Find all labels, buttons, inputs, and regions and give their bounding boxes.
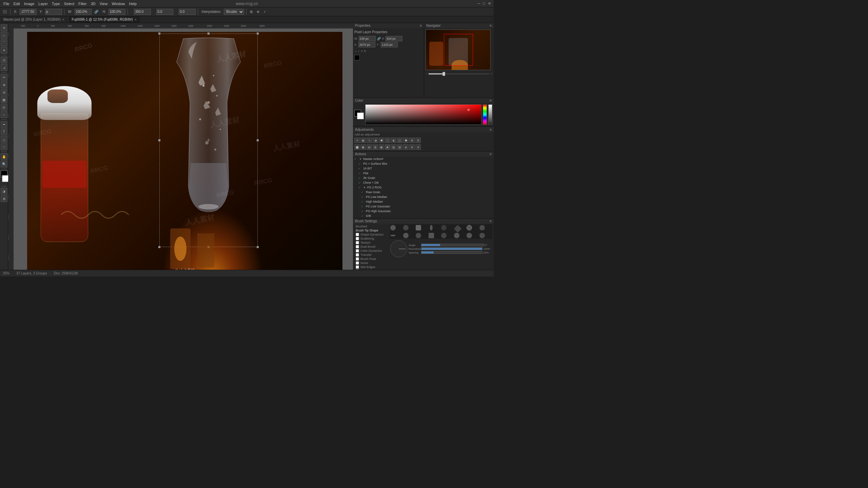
transform-icon-4[interactable]: ↻ xyxy=(364,49,367,53)
action-item-7[interactable]: ✓ Raw Grain xyxy=(353,190,494,195)
hue-bar[interactable] xyxy=(483,104,487,125)
brush-tip-3[interactable] xyxy=(416,225,421,230)
lasso-tool[interactable]: ⌒ xyxy=(1,39,7,46)
brush-tool[interactable]: ✏ xyxy=(1,74,7,81)
adj-color-lookup[interactable]: ⊟ xyxy=(415,138,421,143)
width-prop-input[interactable] xyxy=(359,36,376,41)
adj-brightness2[interactable]: ◈ xyxy=(403,144,409,150)
brush-tip-12[interactable] xyxy=(429,233,434,238)
position-y-input[interactable] xyxy=(45,9,62,15)
texture-cb[interactable] xyxy=(356,241,359,244)
adj-color-balance[interactable]: ◐ xyxy=(391,138,396,143)
brush-tip-14[interactable] xyxy=(454,233,459,238)
path-tool[interactable]: △ xyxy=(1,136,7,143)
adj-threshold[interactable]: ▤ xyxy=(367,144,372,150)
zoom-slider[interactable] xyxy=(429,73,490,75)
menu-3d[interactable]: 3D xyxy=(89,0,98,7)
brush-row-pose[interactable]: Brush Pose xyxy=(354,257,388,261)
adj-bw[interactable]: ◫ xyxy=(397,138,402,143)
brush-tip-13[interactable] xyxy=(441,233,447,238)
foreground-color-swatch[interactable] xyxy=(354,55,360,60)
color-dynamics-cb[interactable] xyxy=(356,249,359,252)
adj-brightness[interactable]: ☀ xyxy=(354,138,360,143)
menu-file[interactable]: File xyxy=(1,0,12,7)
gradient-tool[interactable]: ▦ xyxy=(1,96,7,103)
transform-icon-2[interactable]: ↕ xyxy=(358,49,360,53)
action-expand-6[interactable]: ▼ xyxy=(363,186,366,189)
background-color[interactable] xyxy=(2,175,9,182)
tab-fuji-close[interactable]: ✕ xyxy=(134,18,137,21)
interpolation-select[interactable]: Bicubic xyxy=(224,9,244,15)
properties-collapse[interactable]: ≡ xyxy=(420,24,422,27)
color-fg-bg[interactable] xyxy=(354,110,364,119)
brush-tip-11[interactable] xyxy=(416,233,421,238)
crop-tool[interactable]: ⊡ xyxy=(1,57,7,63)
zoom-slider-thumb[interactable] xyxy=(442,72,445,76)
transform-icon-3[interactable]: ↗ xyxy=(360,49,363,53)
eyedropper-tool[interactable]: ⊿ xyxy=(1,64,7,71)
type-tool[interactable]: T xyxy=(1,128,7,135)
link-props[interactable]: 🔗 xyxy=(377,37,381,40)
scattering-cb[interactable] xyxy=(356,237,359,240)
val3-input[interactable] xyxy=(179,9,196,15)
brush-tip-9[interactable] xyxy=(390,235,396,237)
canvas-content[interactable]: 人人素材 RRCG RRCG 人人素材 RRCG RRCG 人人素材 xyxy=(14,28,353,270)
color-collapse[interactable]: ≡ xyxy=(490,99,492,102)
wet-edges-cb[interactable] xyxy=(356,265,359,269)
menu-layer[interactable]: Layer xyxy=(36,0,50,7)
width-input[interactable] xyxy=(75,9,92,15)
adj-solid-color[interactable]: ■ xyxy=(385,144,390,150)
brush-row-color[interactable]: Color Dynamics xyxy=(354,249,388,253)
navigator-preview[interactable] xyxy=(426,29,491,70)
brush-tip-16[interactable] xyxy=(479,233,485,238)
spacing-slider[interactable] xyxy=(421,251,482,254)
quick-mask[interactable]: ◑ xyxy=(1,188,7,195)
magic-wand-tool[interactable]: ✦ xyxy=(1,47,7,54)
brush-row-tip[interactable]: Brush Tip Shape xyxy=(354,228,388,232)
brush-tip-6[interactable] xyxy=(454,225,461,233)
adj-invert[interactable]: ⬤ xyxy=(354,144,360,150)
pen-tool[interactable]: ✒ xyxy=(1,121,7,128)
brush-tip-2[interactable] xyxy=(403,225,409,230)
adj-curves[interactable]: ∿ xyxy=(367,138,372,143)
action-item-5[interactable]: ✓ Clone + D8 xyxy=(353,180,494,185)
zoom-in-icon[interactable]: + xyxy=(491,72,492,75)
position-x-input[interactable] xyxy=(20,9,37,15)
adj-levels[interactable]: ▦ xyxy=(360,138,366,143)
x-prop-input[interactable] xyxy=(358,42,375,47)
shape-dynamics-cb[interactable] xyxy=(356,233,359,236)
brush-pose-cb[interactable] xyxy=(356,257,359,261)
color-picker-dot[interactable] xyxy=(468,109,470,111)
eraser-tool[interactable]: ⊟ xyxy=(1,89,7,96)
menu-help[interactable]: Help xyxy=(127,0,139,7)
menu-image[interactable]: Image xyxy=(22,0,37,7)
adj-posterize[interactable]: ▣ xyxy=(360,144,366,150)
roundness-slider[interactable] xyxy=(421,247,482,250)
action-item-10[interactable]: ✓ PS Low Gaussian xyxy=(353,204,494,209)
adj-gradient[interactable]: ▧ xyxy=(391,144,396,150)
tab-fuji[interactable]: Fuji0086-1 @ 12.5% (Fuji0086, RGB/8#) ✕ xyxy=(68,16,141,23)
action-item-11[interactable]: ✓ PS High Gaussian xyxy=(353,209,494,214)
menu-window[interactable]: Window xyxy=(110,0,127,7)
adj-photo-filter[interactable]: ⬢ xyxy=(403,138,409,143)
screen-mode[interactable]: ⊞ xyxy=(1,195,7,202)
marquee-tool[interactable]: □ xyxy=(1,32,7,39)
brush-tip-4[interactable] xyxy=(430,225,433,230)
brush-row-shape[interactable]: Shape Dynamics xyxy=(354,232,388,237)
adj-selective-color[interactable]: ▦ xyxy=(379,144,384,150)
brush-row-dual[interactable]: Dual Brush xyxy=(354,245,388,249)
brush-tip-5[interactable] xyxy=(441,225,447,230)
adj-channel-mixer[interactable]: ⊞ xyxy=(409,138,415,143)
action-item-8[interactable]: ✓ PS Low Median xyxy=(353,195,494,199)
blur-tool[interactable]: ◎ xyxy=(1,104,7,110)
transform-icon-1[interactable]: ↔ xyxy=(354,49,357,53)
cancel-transform-btn[interactable]: ⊗ xyxy=(255,9,261,14)
clone-tool[interactable]: ⊕ xyxy=(1,81,7,88)
height-input[interactable] xyxy=(108,9,125,15)
menu-edit[interactable]: Edit xyxy=(12,0,22,7)
menu-type[interactable]: Type xyxy=(50,0,62,7)
transfer-cb[interactable] xyxy=(356,253,359,257)
angle-slider[interactable] xyxy=(421,244,484,246)
action-item-0[interactable]: ✓ ▼ Master Action# xyxy=(353,157,494,161)
navigator-collapse[interactable]: ≡ xyxy=(490,24,492,27)
